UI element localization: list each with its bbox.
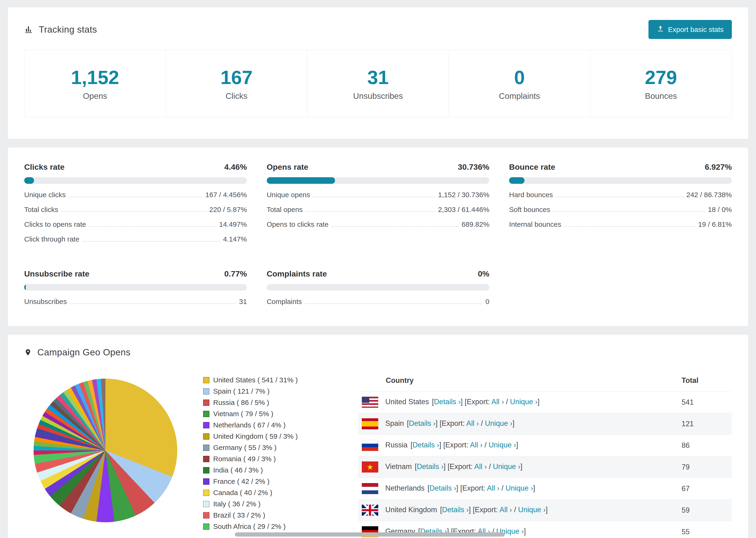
metric-row: Internal bounces 19 / 6.81% [509, 217, 732, 232]
metric-label: Total opens [267, 206, 303, 214]
export-label: [Export: [448, 462, 473, 471]
separator-slash: / [502, 484, 504, 492]
export-all-link[interactable]: All › [474, 462, 487, 471]
export-basic-stats-button[interactable]: Export basic stats [648, 20, 732, 39]
legend-item: Germany ( 55 / 3% ) [203, 442, 325, 453]
metric-row: Opens to clicks rate 689.82% [267, 217, 490, 232]
metric-value: 14.497% [219, 220, 247, 228]
bracket-close: ] [513, 419, 514, 427]
stat-label: Unsubscribes [310, 91, 446, 101]
rate-title: Complaints rate [267, 269, 327, 278]
export-all-link[interactable]: All › [491, 398, 504, 406]
bracket-close: ] [546, 506, 548, 514]
legend-color-swatch [203, 523, 209, 530]
rate-percent: 6.927% [705, 162, 732, 172]
legend-item: Brazil ( 33 / 2% ) [203, 510, 325, 521]
table-row: United Kingdom [Details ›] [Export: All … [358, 500, 732, 521]
rate-progress-fill [24, 284, 26, 291]
export-all-link[interactable]: All › [470, 441, 482, 449]
table-row: Netherlands [Details ›] [Export: All › /… [358, 478, 732, 500]
metric-row: Total clicks 220 / 5.87% [24, 202, 247, 217]
country-total: 79 [678, 456, 732, 478]
export-all-link[interactable]: All › [466, 419, 479, 427]
rate-block-header: Opens rate 30.736% [267, 162, 490, 172]
legend-label: Spain ( 121 / 7% ) [213, 387, 270, 395]
dotted-leader [313, 197, 435, 197]
metric-label: Clicks to opens rate [24, 220, 86, 228]
export-label: [Export: [443, 441, 468, 449]
country-cell: United Kingdom [Details ›] [Export: All … [358, 500, 678, 521]
country-total: 541 [678, 392, 732, 413]
export-all-link[interactable]: All › [500, 506, 512, 514]
metric-value: 4.147% [223, 235, 247, 243]
geo-opens-pie-chart [33, 379, 177, 522]
export-label: [Export: [460, 484, 485, 492]
rate-block-header: Unsubscribe rate 0.77% [24, 269, 247, 278]
country-flag-icon [362, 461, 378, 472]
dotted-leader [305, 303, 483, 304]
legend-item: Russia ( 86 / 5% ) [203, 397, 325, 408]
dotted-leader [69, 197, 203, 197]
export-unique-link[interactable]: Unique › [506, 484, 533, 492]
metric-label: Click through rate [24, 235, 80, 243]
details-link[interactable]: Details › [434, 398, 460, 406]
legend-item: Romania ( 49 / 3% ) [203, 453, 325, 464]
export-icon [657, 25, 664, 34]
rate-metric-rows: Hard bounces 242 / 86.738% Soft bounces … [509, 188, 732, 232]
dotted-leader [82, 241, 220, 242]
rate-block-header: Bounce rate 6.927% [509, 162, 732, 172]
export-unique-link[interactable]: Unique › [510, 398, 537, 406]
legend-color-swatch [203, 478, 209, 485]
metric-label: Total clicks [24, 206, 58, 214]
metric-row: Total opens 2,303 / 61.446% [267, 202, 490, 217]
metric-label: Internal bounces [509, 220, 561, 228]
rate-title: Clicks rate [24, 162, 65, 172]
table-row: Spain [Details ›] [Export: All › / Uniqu… [358, 413, 732, 435]
export-label: [Export: [473, 506, 498, 514]
total-column-header: Total [678, 371, 732, 392]
legend-label: Brazil ( 33 / 2% ) [213, 511, 265, 519]
metric-row: Soft bounces 18 / 0% [509, 202, 732, 217]
legend-color-swatch [203, 445, 209, 451]
details-link[interactable]: Details › [417, 462, 444, 471]
stats-summary-row: 1,152 Opens 167 Clicks 31 Unsubscribes 0… [24, 50, 732, 117]
separator-slash: / [485, 441, 487, 449]
rate-progress-bar [509, 177, 732, 184]
legend-color-swatch [203, 388, 209, 395]
rate-title: Bounce rate [509, 162, 555, 172]
rates-grid: Clicks rate 4.46% Unique clicks 167 / 4.… [24, 162, 732, 309]
details-link[interactable]: Details › [429, 484, 456, 492]
country-name: Vietnam [385, 462, 412, 471]
horizontal-scrollbar[interactable] [235, 532, 505, 537]
country-name: Russia [385, 441, 407, 449]
export-unique-link[interactable]: Unique › [518, 506, 546, 514]
details-link[interactable]: Details › [409, 419, 436, 427]
bracket-close: ] [520, 462, 523, 471]
rate-title: Unsubscribe rate [24, 269, 89, 278]
bracket-close: ] [516, 441, 518, 449]
metric-label: Soft bounces [509, 206, 550, 214]
bar-chart-icon [24, 25, 33, 34]
metric-row: Unique opens 1,152 / 30.736% [267, 188, 490, 202]
stat-value: 1,152 [27, 67, 163, 87]
details-link[interactable]: Details › [412, 441, 439, 449]
legend-label: United States ( 541 / 31% ) [213, 376, 298, 384]
export-all-link[interactable]: All › [487, 484, 499, 492]
legend-label: Italy ( 36 / 2% ) [213, 500, 261, 508]
stat-label: Complaints [451, 91, 588, 101]
details-link[interactable]: Details › [442, 506, 469, 514]
export-unique-link[interactable]: Unique › [493, 462, 520, 471]
export-unique-link[interactable]: Unique › [485, 419, 513, 427]
rate-block-header: Clicks rate 4.46% [24, 162, 247, 172]
legend-item: India ( 46 / 3% ) [203, 464, 325, 476]
legend-item: Spain ( 121 / 7% ) [203, 386, 325, 397]
metric-value: 689.82% [461, 220, 489, 228]
legend-label: South Africa ( 29 / 2% ) [213, 522, 286, 530]
export-unique-link[interactable]: Unique › [489, 441, 516, 449]
export-button-label: Export basic stats [668, 26, 724, 33]
rate-percent: 0% [478, 269, 489, 278]
metric-label: Unique opens [267, 191, 310, 199]
rate-progress-bar [267, 177, 490, 184]
country-total: 67 [678, 478, 732, 500]
legend-label: Romania ( 49 / 3% ) [213, 455, 276, 463]
